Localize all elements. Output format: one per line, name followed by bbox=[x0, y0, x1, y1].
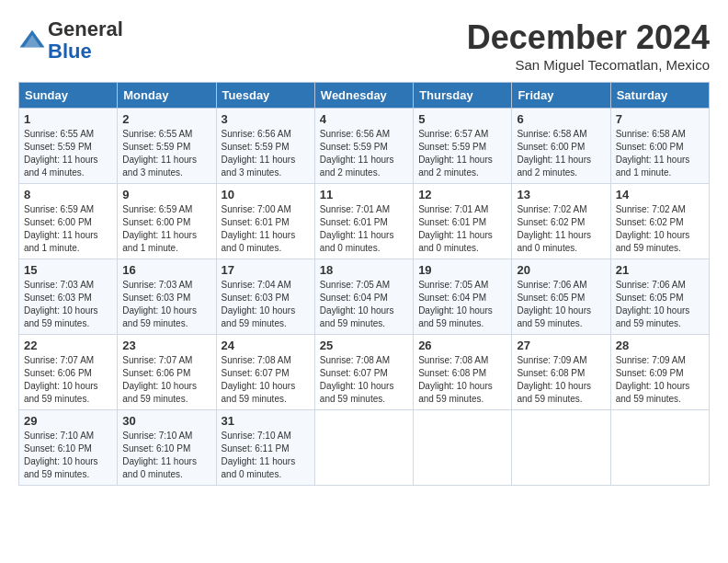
calendar-cell: 15Sunrise: 7:03 AM Sunset: 6:03 PM Dayli… bbox=[19, 259, 118, 335]
day-number: 11 bbox=[320, 188, 408, 201]
calendar-body: 1Sunrise: 6:55 AM Sunset: 5:59 PM Daylig… bbox=[19, 109, 710, 486]
day-info: Sunrise: 6:56 AM Sunset: 5:59 PM Dayligh… bbox=[320, 128, 408, 179]
day-info: Sunrise: 7:09 AM Sunset: 6:08 PM Dayligh… bbox=[517, 354, 605, 406]
day-info: Sunrise: 7:03 AM Sunset: 6:03 PM Dayligh… bbox=[122, 279, 210, 330]
day-info: Sunrise: 7:09 AM Sunset: 6:09 PM Dayligh… bbox=[616, 354, 704, 406]
day-number: 13 bbox=[517, 188, 605, 201]
day-info: Sunrise: 7:06 AM Sunset: 6:05 PM Dayligh… bbox=[616, 279, 704, 330]
calendar-cell: 8Sunrise: 6:59 AM Sunset: 6:00 PM Daylig… bbox=[19, 184, 118, 259]
day-number: 31 bbox=[222, 414, 310, 428]
day-info: Sunrise: 7:10 AM Sunset: 6:11 PM Dayligh… bbox=[222, 430, 310, 481]
day-number: 5 bbox=[418, 112, 506, 126]
calendar-cell: 10Sunrise: 7:00 AM Sunset: 6:01 PM Dayli… bbox=[216, 184, 314, 259]
location: San Miguel Tecomatlan, Mexico bbox=[467, 57, 710, 73]
calendar-header: SundayMondayTuesdayWednesdayThursdayFrid… bbox=[19, 83, 710, 109]
day-info: Sunrise: 7:08 AM Sunset: 6:07 PM Dayligh… bbox=[222, 354, 310, 406]
calendar-week-1: 1Sunrise: 6:55 AM Sunset: 5:59 PM Daylig… bbox=[19, 109, 710, 184]
calendar-cell: 19Sunrise: 7:05 AM Sunset: 6:04 PM Dayli… bbox=[414, 259, 512, 335]
calendar-cell: 6Sunrise: 6:58 AM Sunset: 6:00 PM Daylig… bbox=[512, 109, 610, 184]
calendar-week-4: 22Sunrise: 7:07 AM Sunset: 6:06 PM Dayli… bbox=[19, 335, 710, 410]
day-info: Sunrise: 7:07 AM Sunset: 6:06 PM Dayligh… bbox=[24, 354, 112, 406]
calendar-cell: 30Sunrise: 7:10 AM Sunset: 6:10 PM Dayli… bbox=[118, 410, 216, 486]
day-number: 26 bbox=[418, 339, 506, 352]
day-info: Sunrise: 7:10 AM Sunset: 6:10 PM Dayligh… bbox=[24, 430, 112, 481]
calendar-cell: 26Sunrise: 7:08 AM Sunset: 6:08 PM Dayli… bbox=[414, 335, 512, 410]
calendar-cell: 23Sunrise: 7:07 AM Sunset: 6:06 PM Dayli… bbox=[118, 335, 216, 410]
day-number: 8 bbox=[24, 188, 112, 201]
day-number: 4 bbox=[320, 112, 408, 126]
day-number: 22 bbox=[24, 339, 112, 352]
day-number: 9 bbox=[122, 188, 210, 201]
day-number: 25 bbox=[320, 339, 408, 352]
day-info: Sunrise: 7:10 AM Sunset: 6:10 PM Dayligh… bbox=[122, 430, 210, 481]
calendar-cell: 16Sunrise: 7:03 AM Sunset: 6:03 PM Dayli… bbox=[118, 259, 216, 335]
calendar-cell bbox=[314, 410, 413, 486]
day-number: 1 bbox=[24, 112, 112, 126]
day-info: Sunrise: 6:59 AM Sunset: 6:00 PM Dayligh… bbox=[122, 203, 210, 255]
calendar-cell bbox=[512, 410, 610, 486]
calendar-cell: 27Sunrise: 7:09 AM Sunset: 6:08 PM Dayli… bbox=[512, 335, 610, 410]
day-number: 27 bbox=[517, 339, 605, 352]
day-number: 2 bbox=[122, 112, 210, 126]
calendar-week-2: 8Sunrise: 6:59 AM Sunset: 6:00 PM Daylig… bbox=[19, 184, 710, 259]
day-number: 15 bbox=[24, 263, 112, 277]
logo-general: General bbox=[48, 17, 123, 40]
day-number: 20 bbox=[517, 263, 605, 277]
calendar-cell: 29Sunrise: 7:10 AM Sunset: 6:10 PM Dayli… bbox=[19, 410, 118, 486]
calendar-cell: 2Sunrise: 6:55 AM Sunset: 5:59 PM Daylig… bbox=[118, 109, 216, 184]
day-info: Sunrise: 7:08 AM Sunset: 6:08 PM Dayligh… bbox=[418, 354, 506, 406]
header-cell-thursday: Thursday bbox=[414, 83, 512, 109]
day-number: 10 bbox=[222, 188, 310, 201]
calendar-cell: 11Sunrise: 7:01 AM Sunset: 6:01 PM Dayli… bbox=[314, 184, 413, 259]
day-info: Sunrise: 7:01 AM Sunset: 6:01 PM Dayligh… bbox=[320, 203, 408, 255]
day-number: 30 bbox=[122, 414, 210, 428]
calendar-cell: 14Sunrise: 7:02 AM Sunset: 6:02 PM Dayli… bbox=[610, 184, 709, 259]
header-row: SundayMondayTuesdayWednesdayThursdayFrid… bbox=[19, 83, 710, 109]
day-number: 17 bbox=[222, 263, 310, 277]
calendar-cell: 24Sunrise: 7:08 AM Sunset: 6:07 PM Dayli… bbox=[216, 335, 314, 410]
calendar-cell bbox=[610, 410, 709, 486]
month-title: December 2024 bbox=[467, 18, 710, 57]
calendar-cell: 4Sunrise: 6:56 AM Sunset: 5:59 PM Daylig… bbox=[314, 109, 413, 184]
day-info: Sunrise: 7:08 AM Sunset: 6:07 PM Dayligh… bbox=[320, 354, 408, 406]
day-info: Sunrise: 6:58 AM Sunset: 6:00 PM Dayligh… bbox=[616, 128, 704, 179]
calendar-cell: 3Sunrise: 6:56 AM Sunset: 5:59 PM Daylig… bbox=[216, 109, 314, 184]
calendar-cell: 7Sunrise: 6:58 AM Sunset: 6:00 PM Daylig… bbox=[610, 109, 709, 184]
day-info: Sunrise: 6:56 AM Sunset: 5:59 PM Dayligh… bbox=[222, 128, 310, 179]
header-cell-monday: Monday bbox=[118, 83, 216, 109]
day-number: 6 bbox=[517, 112, 605, 126]
calendar-cell: 22Sunrise: 7:07 AM Sunset: 6:06 PM Dayli… bbox=[19, 335, 118, 410]
title-block: December 2024 San Miguel Tecomatlan, Mex… bbox=[467, 18, 710, 73]
calendar-cell: 5Sunrise: 6:57 AM Sunset: 5:59 PM Daylig… bbox=[414, 109, 512, 184]
header-cell-sunday: Sunday bbox=[19, 83, 118, 109]
calendar-week-3: 15Sunrise: 7:03 AM Sunset: 6:03 PM Dayli… bbox=[19, 259, 710, 335]
calendar-cell: 17Sunrise: 7:04 AM Sunset: 6:03 PM Dayli… bbox=[216, 259, 314, 335]
day-info: Sunrise: 7:02 AM Sunset: 6:02 PM Dayligh… bbox=[616, 203, 704, 255]
logo-blue: Blue bbox=[48, 40, 92, 63]
calendar-cell: 9Sunrise: 6:59 AM Sunset: 6:00 PM Daylig… bbox=[118, 184, 216, 259]
day-info: Sunrise: 7:05 AM Sunset: 6:04 PM Dayligh… bbox=[320, 279, 408, 330]
day-info: Sunrise: 7:05 AM Sunset: 6:04 PM Dayligh… bbox=[418, 279, 506, 330]
day-number: 18 bbox=[320, 263, 408, 277]
day-number: 19 bbox=[418, 263, 506, 277]
calendar-cell: 31Sunrise: 7:10 AM Sunset: 6:11 PM Dayli… bbox=[216, 410, 314, 486]
calendar-cell: 13Sunrise: 7:02 AM Sunset: 6:02 PM Dayli… bbox=[512, 184, 610, 259]
day-number: 29 bbox=[24, 414, 112, 428]
header-cell-saturday: Saturday bbox=[610, 83, 709, 109]
header-cell-wednesday: Wednesday bbox=[314, 83, 413, 109]
day-info: Sunrise: 7:04 AM Sunset: 6:03 PM Dayligh… bbox=[222, 279, 310, 330]
day-info: Sunrise: 7:02 AM Sunset: 6:02 PM Dayligh… bbox=[517, 203, 605, 255]
day-info: Sunrise: 7:01 AM Sunset: 6:01 PM Dayligh… bbox=[418, 203, 506, 255]
header-cell-friday: Friday bbox=[512, 83, 610, 109]
day-info: Sunrise: 7:07 AM Sunset: 6:06 PM Dayligh… bbox=[122, 354, 210, 406]
calendar-cell: 21Sunrise: 7:06 AM Sunset: 6:05 PM Dayli… bbox=[610, 259, 709, 335]
calendar-cell: 20Sunrise: 7:06 AM Sunset: 6:05 PM Dayli… bbox=[512, 259, 610, 335]
day-info: Sunrise: 6:59 AM Sunset: 6:00 PM Dayligh… bbox=[24, 203, 112, 255]
day-info: Sunrise: 6:55 AM Sunset: 5:59 PM Dayligh… bbox=[24, 128, 112, 179]
calendar-table: SundayMondayTuesdayWednesdayThursdayFrid… bbox=[18, 82, 710, 486]
day-number: 23 bbox=[122, 339, 210, 352]
calendar-cell: 1Sunrise: 6:55 AM Sunset: 5:59 PM Daylig… bbox=[19, 109, 118, 184]
day-number: 14 bbox=[616, 188, 704, 201]
day-info: Sunrise: 7:06 AM Sunset: 6:05 PM Dayligh… bbox=[517, 279, 605, 330]
logo: General Blue bbox=[18, 18, 123, 63]
